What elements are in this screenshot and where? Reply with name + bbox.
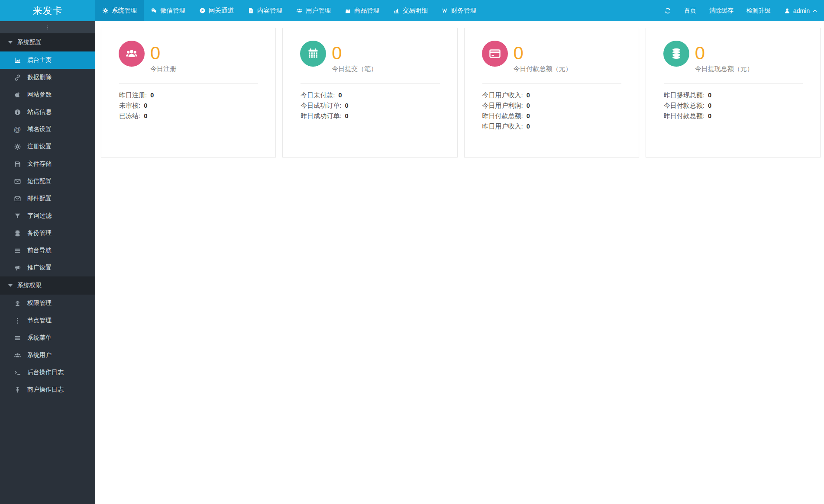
stat-row-label: 昨日提现总额: <box>664 91 704 99</box>
calendar-icon <box>300 41 326 67</box>
app-logo[interactable]: 来发卡 <box>0 0 95 21</box>
refresh-button[interactable] <box>658 0 678 21</box>
sidebar-section-system-config[interactable]: 系统配置 <box>0 33 95 51</box>
sidebar-item-merchant-op-log[interactable]: 商户操作日志 <box>0 381 95 398</box>
card-title: 今日付款总额（元） <box>514 65 572 73</box>
sidebar-item-label: 网站参数 <box>27 91 52 99</box>
stat-row-label: 昨日付款总额: <box>482 112 523 119</box>
sidebar-item-sms-config[interactable]: 短信配置 <box>0 173 95 190</box>
stat-row-value: 0 <box>338 92 342 99</box>
stat-row-label: 昨日成功订单: <box>301 112 341 119</box>
sidebar-item-label: 域名设置 <box>27 125 52 133</box>
stat-row: 昨日成功订单:0 <box>301 111 439 121</box>
stat-row-value: 0 <box>708 102 711 109</box>
nav-item-content-management[interactable]: 内容管理 <box>241 0 289 21</box>
sidebar-section-system-permission[interactable]: 系统权限 <box>0 276 95 295</box>
sidebar-item-label: 商户操作日志 <box>27 386 64 394</box>
nav-item-label: 财务管理 <box>451 6 476 15</box>
stat-card-today-withdraw-total: 0今日提现总额（元）昨日提现总额:0今日付款总额:0昨日付款总额:0 <box>646 28 821 157</box>
sidebar-item-front-nav[interactable]: 前台导航 <box>0 242 95 259</box>
nav-item-wechat-management[interactable]: 微信管理 <box>144 0 192 21</box>
sidebar-item-permission-management[interactable]: 权限管理 <box>0 295 95 312</box>
gateway-p-icon: P <box>199 7 206 14</box>
sidebar-item-promotion-settings[interactable]: 推广设置 <box>0 259 95 276</box>
stat-card-today-register: 0今日注册昨日注册:0未审核:0已冻结:0 <box>101 28 276 157</box>
top-nav: 系统管理微信管理P网关通道内容管理用户管理商品管理交易明细财务管理 <box>95 0 483 21</box>
sidebar-item-data-delete[interactable]: 数据删除 <box>0 69 95 86</box>
sidebar-item-dashboard[interactable]: 后台主页 <box>0 51 95 69</box>
nav-item-goods-management[interactable]: 商品管理 <box>338 0 386 21</box>
main-content: 0今日注册昨日注册:0未审核:0已冻结:00今日提交（笔）今日未付款:0今日成功… <box>95 0 824 166</box>
nav-item-gateway-channel[interactable]: P网关通道 <box>192 0 241 21</box>
check-upgrade-button[interactable]: 检测升级 <box>740 0 777 21</box>
nav-item-label: 系统管理 <box>112 6 137 15</box>
sidebar-item-mail-config[interactable]: 邮件配置 <box>0 190 95 207</box>
gear-icon <box>13 143 21 151</box>
stat-row-value: 0 <box>527 123 530 130</box>
top-actions: 首页清除缓存检测升级admin <box>658 0 824 21</box>
thumbtack-icon <box>13 386 21 394</box>
bars-icon <box>13 334 21 342</box>
card-head: 0今日注册 <box>101 28 275 73</box>
sidebar-item-site-info[interactable]: 站点信息 <box>0 103 95 121</box>
sidebar-menu: 系统配置后台主页数据删除网站参数站点信息@域名设置注册设置文件存储短信配置邮件配… <box>0 33 95 398</box>
card-title: 今日注册 <box>150 65 176 73</box>
sidebar-item-system-menu[interactable]: 系统菜单 <box>0 329 95 347</box>
card-value: 0 <box>150 44 176 62</box>
stat-row: 昨日付款总额:0 <box>664 111 803 121</box>
stat-row: 昨日付款总额:0 <box>482 111 621 121</box>
nav-item-finance-management[interactable]: 财务管理 <box>435 0 483 21</box>
sidebar-item-system-users[interactable]: 系统用户 <box>0 347 95 364</box>
sidebar-item-site-params[interactable]: 网站参数 <box>0 86 95 103</box>
card-title: 今日提交（笔） <box>332 65 377 73</box>
sidebar-item-backup-management[interactable]: 备份管理 <box>0 225 95 242</box>
sidebar-toggle[interactable] <box>0 21 95 33</box>
sidebar-item-admin-op-log[interactable]: 后台操作日志 <box>0 364 95 381</box>
sidebar-item-node-management[interactable]: 节点管理 <box>0 312 95 329</box>
sidebar-item-label: 推广设置 <box>27 264 52 272</box>
nav-item-transaction-detail[interactable]: 交易明细 <box>386 0 435 21</box>
nav-item-user-management[interactable]: 用户管理 <box>289 0 338 21</box>
nav-item-label: 网关通道 <box>209 6 234 15</box>
nav-item-system-management[interactable]: 系统管理 <box>95 0 144 21</box>
card-rows: 今日用户收入:0今日用户利润:0昨日付款总额:0昨日用户收入:0 <box>482 90 621 132</box>
stat-row: 今日用户利润:0 <box>482 100 621 111</box>
sidebar-item-file-storage[interactable]: 文件存储 <box>0 155 95 173</box>
users-icon <box>13 351 21 359</box>
stat-row: 今日成功订单:0 <box>301 100 439 111</box>
card-divider <box>664 83 803 83</box>
stat-cards: 0今日注册昨日注册:0未审核:0已冻结:00今日提交（笔）今日未付款:0今日成功… <box>101 28 821 157</box>
stat-card-today-payment-total: 0今日付款总额（元）今日用户收入:0今日用户利润:0昨日付款总额:0昨日用户收入… <box>464 28 639 157</box>
sidebar-item-register-settings[interactable]: 注册设置 <box>0 138 95 155</box>
card-divider <box>482 83 621 83</box>
user-menu[interactable]: admin <box>777 0 824 21</box>
apple-icon <box>13 91 21 99</box>
refresh-icon <box>664 7 671 14</box>
sidebar-item-label: 备份管理 <box>27 229 52 237</box>
sidebar-item-label: 文件存储 <box>27 160 52 168</box>
stat-row: 今日未付款:0 <box>301 90 439 100</box>
user-icon <box>784 7 791 14</box>
nav-item-label: 内容管理 <box>257 6 282 15</box>
stat-row-label: 已冻结: <box>119 112 140 119</box>
sidebar-section-title: 系统配置 <box>17 39 42 46</box>
chevron-up-icon <box>812 8 818 13</box>
link-icon <box>13 74 21 81</box>
nav-item-label: 商品管理 <box>354 6 379 15</box>
home-button[interactable]: 首页 <box>678 0 703 21</box>
bullhorn-icon <box>13 264 21 272</box>
stat-row-value: 0 <box>144 112 147 119</box>
stat-row-label: 今日未付款: <box>301 91 335 99</box>
stat-row-label: 今日付款总额: <box>664 102 704 109</box>
top-action-label: 检测升级 <box>746 7 771 15</box>
user-secret-icon <box>13 299 21 307</box>
stat-row-label: 今日用户利润: <box>482 102 523 109</box>
card-title: 今日提现总额（元） <box>695 65 753 73</box>
card-head: 0今日提现总额（元） <box>646 28 820 73</box>
card-value: 0 <box>514 44 572 62</box>
sidebar-item-word-filter[interactable]: 字词过滤 <box>0 207 95 225</box>
sidebar-item-domain-settings[interactable]: @域名设置 <box>0 121 95 138</box>
clear-cache-button[interactable]: 清除缓存 <box>703 0 740 21</box>
sidebar-item-label: 后台操作日志 <box>27 369 64 376</box>
at-icon: @ <box>13 125 21 133</box>
